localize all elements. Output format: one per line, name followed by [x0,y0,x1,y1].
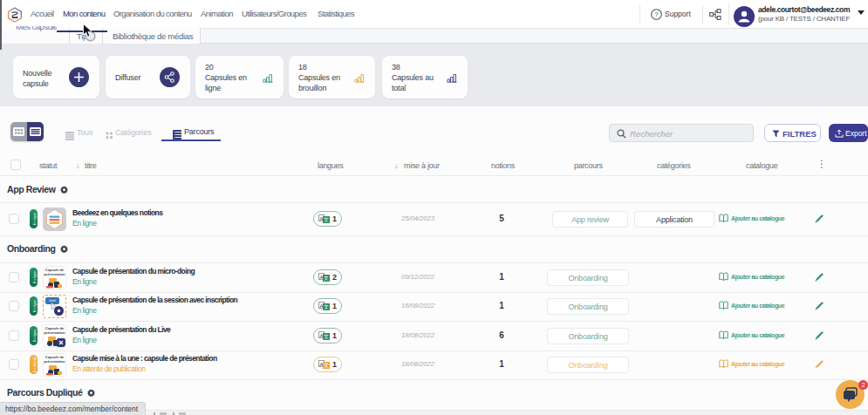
svg-text:?: ? [654,10,659,18]
